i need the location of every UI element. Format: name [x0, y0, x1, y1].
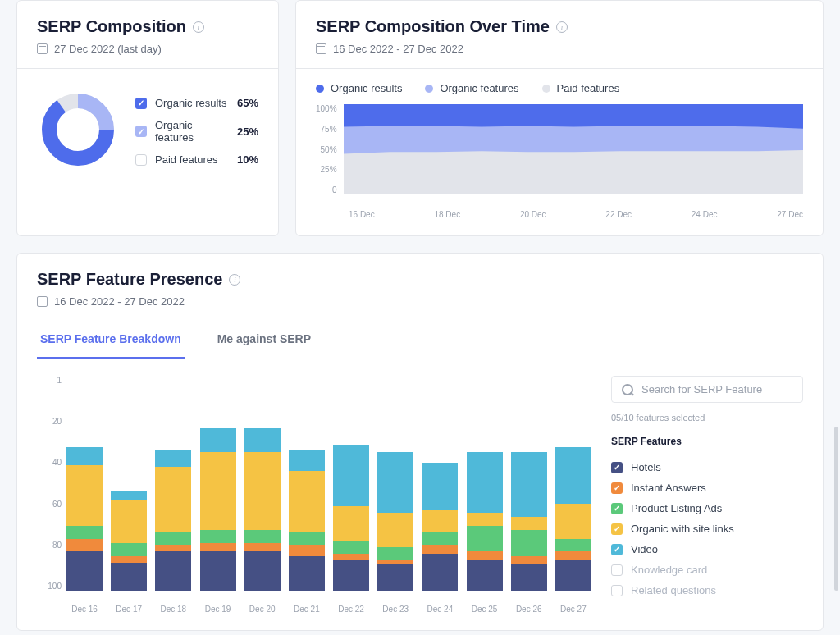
legend-label: Organic results [331, 82, 402, 94]
x-tick: Dec 21 [289, 605, 325, 614]
feature-label: Related questions [631, 584, 716, 596]
checkbox-icon[interactable] [611, 564, 623, 576]
selected-count: 05/10 features selected [611, 413, 803, 423]
bar-segment [155, 545, 191, 551]
bar-column[interactable] [377, 452, 413, 591]
feature-row[interactable]: Hotels [611, 457, 803, 477]
bar-column[interactable] [66, 447, 103, 591]
bar-column[interactable] [555, 447, 591, 591]
bar-segment [511, 556, 547, 565]
x-tick: Dec 24 [422, 605, 458, 614]
checkbox-icon[interactable] [611, 585, 623, 596]
feature-row[interactable]: Instant Answers [611, 477, 803, 498]
x-tick: 20 Dec [520, 210, 546, 219]
bar-segment [289, 532, 325, 546]
feature-label: Instant Answers [631, 482, 706, 494]
stacked-bar-chart [66, 376, 591, 591]
x-tick: Dec 18 [155, 605, 191, 614]
legend-value: 25% [237, 126, 258, 138]
info-icon[interactable]: i [229, 274, 240, 286]
bar-segment [111, 556, 147, 563]
bar-segment [555, 447, 591, 504]
bar-segment [422, 545, 458, 554]
legend-dot-icon [425, 85, 433, 93]
bar-segment [200, 551, 236, 591]
feature-row[interactable]: Video [611, 539, 803, 560]
checkbox-icon[interactable] [611, 544, 623, 555]
bar-segment [289, 471, 325, 532]
bar-segment [467, 452, 503, 513]
feature-label: Product Listing Ads [631, 502, 722, 514]
feature-row[interactable]: Related questions [611, 580, 803, 601]
bar-column[interactable] [111, 491, 147, 591]
bar-column[interactable] [511, 452, 547, 591]
x-tick: Dec 22 [333, 605, 369, 614]
x-tick: 22 Dec [605, 210, 632, 219]
serp-over-time-title: SERP Composition Over Time [316, 17, 550, 36]
serp-composition-date: 27 Dec 2022 (last day) [54, 43, 162, 55]
x-tick: 18 Dec [434, 210, 460, 219]
bar-column[interactable] [244, 428, 281, 591]
feature-label: Hotels [631, 461, 661, 473]
bar-segment [511, 452, 547, 517]
bar-segment [422, 532, 458, 546]
legend-label: Organic features [440, 82, 518, 94]
bar-column[interactable] [333, 445, 369, 591]
checkbox-icon[interactable] [611, 482, 623, 494]
composition-legend-item[interactable]: Paid features10% [135, 148, 258, 171]
x-tick: Dec 27 [555, 605, 591, 614]
bar-column[interactable] [467, 452, 503, 591]
y-tick: 60 [37, 500, 62, 509]
y-tick: 0 [316, 185, 337, 194]
bar-segment [555, 560, 591, 591]
bar-segment [333, 506, 369, 541]
bar-column[interactable] [289, 450, 325, 591]
legend-dot-icon [542, 85, 550, 93]
feature-row[interactable]: Organic with site links [611, 519, 803, 539]
time-legend-item[interactable]: Organic results [316, 82, 402, 94]
bar-segment [244, 530, 281, 543]
y-tick: 75% [316, 125, 337, 134]
legend-label: Paid features [155, 153, 229, 166]
x-tick: 24 Dec [692, 210, 718, 219]
composition-legend-item[interactable]: Organic features25% [135, 114, 258, 148]
bar-segment [511, 564, 547, 591]
bar-segment [467, 513, 503, 526]
checkbox-icon[interactable] [611, 503, 623, 514]
bar-column[interactable] [422, 463, 458, 591]
bar-segment [467, 560, 503, 591]
checkbox-icon[interactable] [135, 126, 147, 137]
checkbox-icon[interactable] [135, 98, 147, 109]
x-tick: Dec 19 [200, 605, 236, 614]
checkbox-icon[interactable] [611, 462, 623, 473]
x-tick: Dec 17 [111, 605, 147, 614]
feature-label: Video [631, 543, 658, 555]
search-box[interactable] [611, 376, 803, 403]
serp-over-time-card: SERP Composition Over Time i 16 Dec 2022… [295, 0, 824, 236]
checkbox-icon[interactable] [135, 154, 147, 166]
bar-column[interactable] [155, 450, 191, 591]
tab-me-against-serp[interactable]: Me against SERP [214, 321, 314, 359]
info-icon[interactable]: i [193, 21, 204, 33]
info-icon[interactable]: i [556, 21, 568, 33]
feature-row[interactable]: Knowledge card [611, 560, 803, 580]
tab-feature-breakdown[interactable]: SERP Feature Breakdown [37, 321, 185, 359]
bar-segment [155, 532, 191, 546]
feature-row[interactable]: Product Listing Ads [611, 498, 803, 519]
bar-segment [66, 447, 103, 464]
legend-value: 65% [237, 97, 258, 109]
scrollbar[interactable] [834, 427, 838, 591]
bar-segment [467, 526, 503, 552]
bar-segment [289, 556, 325, 591]
composition-legend-item[interactable]: Organic results65% [135, 92, 258, 114]
checkbox-icon[interactable] [611, 523, 623, 535]
time-legend-item[interactable]: Paid features [542, 82, 620, 94]
bar-segment [155, 551, 191, 591]
bar-column[interactable] [200, 428, 236, 591]
time-legend-item[interactable]: Organic features [425, 82, 518, 94]
search-input[interactable] [641, 383, 792, 395]
legend-label: Organic results [155, 97, 229, 109]
bar-segment [467, 551, 503, 560]
y-tick: 100% [316, 104, 337, 113]
bar-segment [155, 467, 191, 532]
